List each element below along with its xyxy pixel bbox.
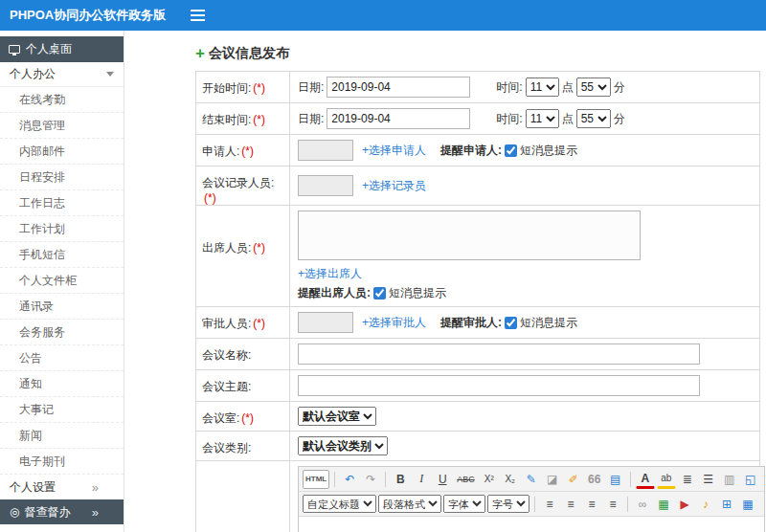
bold-button[interactable]: B	[391, 470, 410, 489]
align-justify-button[interactable]: ≡	[603, 495, 622, 514]
sidebar-item-desktop[interactable]: 个人桌面	[0, 36, 124, 62]
applicant-input[interactable]	[298, 140, 353, 161]
insert-media-button[interactable]: ♪	[696, 495, 715, 514]
sms-hint-label: 短消息提示	[520, 143, 577, 159]
form-row-end-time: 结束时间:(*) 日期: 时间: 11 点 55 分	[196, 103, 759, 135]
required-mark: (*)	[241, 411, 254, 425]
align-right-button[interactable]: ≡	[582, 495, 601, 514]
form-row-meeting-category: 会议类别: 默认会议类别	[196, 432, 759, 461]
italic-button[interactable]: I	[412, 470, 431, 489]
form-row-meeting-room: 会议室:(*) 默认会议室	[196, 402, 759, 432]
choose-recorder-link[interactable]: +选择记录员	[362, 178, 426, 194]
sidebar-item-e-journal[interactable]: 电子期刊	[0, 449, 124, 475]
sidebar-section-personal-settings[interactable]: 个人设置 »	[0, 475, 124, 499]
start-minute-select[interactable]: 55	[576, 78, 611, 97]
chevron-right-icon: »	[92, 480, 99, 495]
insert-date-button[interactable]: ▤	[606, 470, 625, 489]
choose-applicant-link[interactable]: +选择申请人	[362, 143, 426, 159]
sidebar: 个人桌面 个人办公 在线考勤 消息管理 内部邮件 日程安排 工作日志 工作计划 …	[0, 31, 124, 532]
sidebar-item-news[interactable]: 新闻	[0, 423, 124, 449]
date-label: 日期:	[298, 79, 324, 96]
meeting-topic-input[interactable]	[298, 375, 700, 396]
sidebar-item-file-cabinet[interactable]: 个人文件柜	[0, 268, 124, 294]
choose-attendee-link[interactable]: +选择出席人	[298, 266, 362, 282]
sidebar-item-work-plan[interactable]: 工作计划	[0, 216, 124, 242]
date-label: 日期:	[298, 111, 324, 127]
end-date-input[interactable]	[327, 108, 470, 129]
ordered-list-button[interactable]: ≣	[678, 470, 697, 489]
format-brush-icon[interactable]: ✐	[564, 470, 583, 489]
toolbar-separator	[385, 472, 386, 487]
meeting-category-select[interactable]: 默认会议类别	[298, 436, 388, 455]
hamburger-menu-icon[interactable]	[189, 9, 206, 22]
highlight-color-button[interactable]: ab	[657, 470, 676, 489]
approver-input[interactable]	[298, 312, 353, 333]
insert-grid-button[interactable]: ▦	[738, 495, 757, 514]
pencil-icon[interactable]: ✎	[522, 470, 541, 489]
unordered-list-button[interactable]: ☰	[699, 470, 718, 489]
paragraph-format-select[interactable]: 段落格式	[378, 495, 441, 513]
eraser-icon[interactable]: ◪	[543, 470, 562, 489]
blockquote-button[interactable]: 66	[585, 470, 604, 489]
sidebar-section-supervise[interactable]: ◎ 督查督办 »	[0, 499, 124, 524]
align-left-button[interactable]: ≡	[540, 495, 559, 514]
hour-suffix: 点	[562, 79, 574, 96]
insert-image-button[interactable]: ▦	[654, 495, 673, 514]
strikethrough-button[interactable]: ABC	[454, 470, 478, 489]
sms-hint-label: 短消息提示	[520, 315, 577, 331]
sidebar-item-messages[interactable]: 消息管理	[0, 113, 124, 139]
form-row-editor: HTML ↶ ↷ B I U ABC X² X₂ ✎ ◪	[196, 461, 759, 532]
insert-table-button[interactable]: ⊞	[717, 495, 736, 514]
sidebar-section-personal-office[interactable]: 个人办公	[0, 62, 124, 87]
sidebar-item-notice[interactable]: 通知	[0, 371, 124, 397]
align-center-button[interactable]: ≡	[561, 495, 580, 514]
fullscreen-button[interactable]: ◱	[741, 470, 760, 489]
choose-approver-link[interactable]: +选择审批人	[362, 315, 426, 331]
desktop-icon	[9, 45, 20, 54]
toolbar-separator	[534, 497, 535, 512]
form-row-meeting-topic: 会议主题:	[196, 370, 759, 402]
approver-sms-checkbox[interactable]	[505, 317, 517, 329]
subscript-button[interactable]: X₂	[501, 470, 520, 489]
page-break-button[interactable]: ▥	[720, 470, 739, 489]
sidebar-item-work-log[interactable]: 工作日志	[0, 190, 124, 216]
required-mark: (*)	[253, 81, 265, 95]
end-hour-select[interactable]: 11	[526, 109, 559, 128]
redo-button[interactable]: ↷	[361, 470, 380, 489]
superscript-button[interactable]: X²	[480, 470, 499, 489]
meeting-topic-label: 会议主题:	[202, 380, 251, 393]
attendees-textarea[interactable]	[298, 211, 641, 260]
start-date-input[interactable]	[327, 77, 470, 98]
applicant-sms-checkbox[interactable]	[505, 144, 517, 157]
start-hour-select[interactable]: 11	[526, 78, 559, 97]
editor-content-area[interactable]	[299, 517, 764, 532]
sidebar-item-announcement[interactable]: 公告	[0, 345, 124, 371]
attendees-sms-checkbox[interactable]	[373, 287, 386, 299]
recorder-input[interactable]	[298, 175, 353, 196]
sidebar-item-contacts[interactable]: 通讯录	[0, 294, 124, 320]
required-mark: (*)	[253, 241, 265, 255]
sidebar-item-internal-mail[interactable]: 内部邮件	[0, 139, 124, 165]
insert-flash-button[interactable]: ▶	[675, 495, 694, 514]
meeting-category-label: 会议类别:	[202, 441, 251, 454]
sidebar-item-meeting-service[interactable]: 会务服务	[0, 320, 124, 345]
sidebar-item-attendance[interactable]: 在线考勤	[0, 87, 124, 113]
undo-button[interactable]: ↶	[340, 470, 359, 489]
chevron-down-icon	[106, 72, 114, 77]
required-mark: (*)	[241, 144, 254, 158]
add-icon: +	[195, 47, 205, 60]
font-family-select[interactable]: 字体	[443, 495, 485, 513]
insert-link-button[interactable]: ∞	[633, 495, 652, 514]
underline-button[interactable]: U	[433, 470, 452, 489]
html-source-button[interactable]: HTML	[303, 470, 329, 489]
end-minute-select[interactable]: 55	[576, 109, 611, 128]
meeting-room-select[interactable]: 默认会议室	[298, 407, 376, 426]
font-color-button[interactable]: A	[636, 470, 655, 489]
font-size-select[interactable]: 字号	[487, 495, 529, 513]
sidebar-item-sms[interactable]: 手机短信	[0, 242, 124, 268]
custom-heading-select[interactable]: 自定义标题	[303, 495, 376, 513]
sidebar-item-events[interactable]: 大事记	[0, 397, 124, 423]
meeting-name-input[interactable]	[298, 344, 700, 365]
sidebar-item-schedule[interactable]: 日程安排	[0, 165, 124, 190]
meeting-name-label: 会议名称:	[202, 348, 251, 362]
